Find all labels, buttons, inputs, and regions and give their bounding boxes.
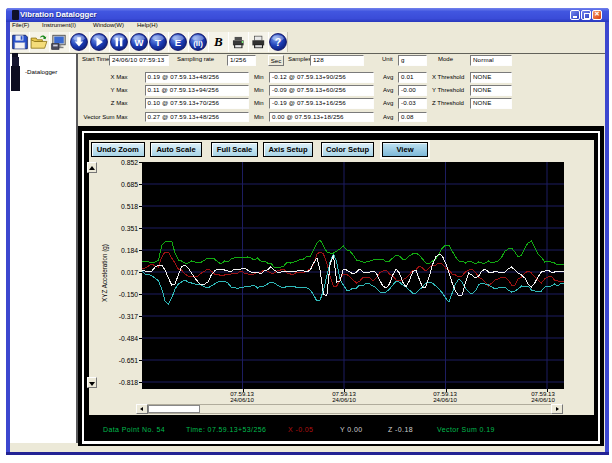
svg-text:W: W [134,37,143,48]
svg-text:T: T [156,37,162,48]
svg-text:?: ? [274,36,281,48]
svg-text:(II): (II) [193,39,203,48]
svg-text:E: E [175,37,181,48]
